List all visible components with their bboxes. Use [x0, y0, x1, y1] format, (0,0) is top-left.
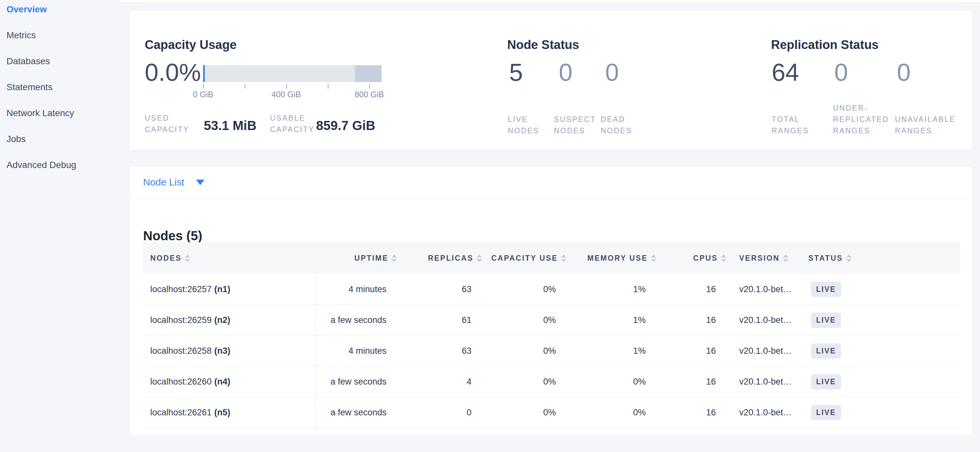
sort-icon: [721, 255, 726, 262]
node-id: (n4): [214, 377, 231, 387]
memory-use-cell: 1%: [568, 346, 657, 356]
uptime-cell: 4 minutes: [315, 346, 398, 356]
dead-nodes-label: DEAD NODES: [601, 114, 640, 136]
capacity-axis-ticks: [203, 84, 382, 89]
sort-icon: [477, 255, 482, 262]
sidebar-item-advanced-debug[interactable]: Advanced Debug: [0, 155, 119, 174]
table-row[interactable]: localhost:26259(n2)a few seconds610%1%16…: [142, 305, 960, 336]
status-cell: LIVE: [808, 312, 960, 328]
capacity-use-cell: 0%: [483, 346, 568, 356]
used-capacity-label: USED CAPACITY: [145, 113, 197, 135]
version-cell: v20.1.0-bet…: [727, 284, 808, 294]
cpus-cell: 16: [657, 346, 727, 356]
top-header-edge: [119, 0, 980, 3]
column-header-label: MEMORY USE: [587, 254, 648, 263]
sidebar-item-statements[interactable]: Statements: [0, 78, 119, 97]
cpus-cell: 16: [657, 284, 727, 294]
column-header-label: NODES: [150, 254, 182, 263]
sidebar-item-overview[interactable]: Overview: [0, 0, 119, 19]
usable-capacity-value: 859.7 GiB: [316, 118, 375, 133]
column-header-memory-use[interactable]: MEMORY USE: [568, 242, 657, 274]
table-row[interactable]: localhost:26261(n5)a few seconds00%0%16v…: [142, 397, 960, 428]
cluster-overview-page: OverviewMetricsDatabasesStatementsNetwor…: [0, 0, 980, 452]
sort-icon: [846, 255, 851, 262]
capacity-gauge-nonusable-segment: [355, 65, 382, 82]
status-cell: LIVE: [808, 374, 960, 389]
column-header-capacity-use[interactable]: CAPACITY USE: [483, 242, 568, 274]
version-cell: v20.1.0-bet…: [727, 377, 808, 387]
node-status-title: Node Status: [507, 38, 579, 52]
sidebar-item-network-latency[interactable]: Network Latency: [0, 104, 119, 122]
node-list-dropdown-bar: Node List: [129, 167, 972, 198]
table-row[interactable]: localhost:26260(n4)a few seconds40%0%16v…: [142, 366, 960, 397]
replicas-cell: 61: [398, 315, 483, 325]
used-capacity-marker: [203, 65, 205, 82]
total-ranges-label: TOTAL RANGES: [772, 114, 814, 136]
node-address-cell[interactable]: localhost:26261(n5): [142, 397, 315, 428]
column-header-status[interactable]: STATUS: [808, 242, 960, 274]
sort-icon: [651, 255, 656, 262]
node-list-card: Node List Nodes (5) NODESUPTIMEREPLICASC…: [129, 166, 973, 436]
under-replicated-count: 0: [834, 59, 848, 85]
capacity-usage-title: Capacity Usage: [145, 38, 237, 52]
under-replicated-label: UNDER-REPLICATED RANGES: [833, 103, 895, 136]
suspect-nodes-label: SUSPECT NODES: [554, 114, 599, 136]
column-header-label: STATUS: [808, 254, 843, 263]
column-header-version[interactable]: VERSION: [727, 242, 808, 274]
column-header-label: UPTIME: [354, 254, 388, 263]
node-id: (n5): [214, 408, 231, 418]
memory-use-cell: 1%: [568, 315, 657, 325]
axis-label-0: 0 GiB: [193, 90, 213, 99]
table-row[interactable]: localhost:26257(n1)4 minutes630%1%16v20.…: [142, 274, 960, 305]
column-header-replicas[interactable]: REPLICAS: [398, 242, 483, 274]
cluster-summary-card: Capacity Usage 0.0% 0 GiB 400 GiB 800 Gi…: [129, 10, 973, 151]
node-address: localhost:26261: [150, 408, 212, 418]
node-list-dropdown[interactable]: Node List: [143, 177, 204, 188]
node-address: localhost:26259: [150, 315, 212, 325]
sidebar-item-metrics[interactable]: Metrics: [0, 26, 119, 45]
column-header-label: REPLICAS: [428, 254, 473, 263]
total-ranges-count: 64: [772, 59, 799, 85]
replicas-cell: 63: [398, 284, 483, 294]
memory-use-cell: 1%: [568, 284, 657, 294]
node-list-dropdown-label: Node List: [143, 177, 184, 188]
nodes-table-body: localhost:26257(n1)4 minutes630%1%16v20.…: [142, 274, 960, 428]
column-header-nodes[interactable]: NODES: [142, 242, 315, 274]
capacity-use-cell: 0%: [483, 377, 568, 387]
sidebar-item-jobs[interactable]: Jobs: [0, 130, 119, 149]
node-address-cell[interactable]: localhost:26259(n2): [142, 305, 315, 335]
table-row[interactable]: localhost:26258(n3)4 minutes630%1%16v20.…: [142, 336, 960, 366]
node-id: (n1): [214, 284, 231, 294]
used-capacity-value: 53.1 MiB: [204, 118, 256, 133]
nodes-count-title: Nodes (5): [143, 228, 202, 243]
capacity-use-cell: 0%: [483, 284, 568, 294]
column-header-label: VERSION: [739, 254, 780, 263]
column-header-cpus[interactable]: CPUS: [657, 242, 727, 274]
node-address-cell[interactable]: localhost:26260(n4): [142, 366, 315, 397]
live-nodes-label: LIVE NODES: [508, 114, 547, 136]
capacity-use-cell: 0%: [483, 315, 568, 325]
sort-icon: [185, 255, 190, 262]
column-header-label: CAPACITY USE: [491, 254, 558, 263]
sort-icon: [561, 255, 566, 262]
column-header-label: CPUS: [693, 254, 718, 263]
usable-capacity-label: USABLE CAPACITY: [270, 113, 322, 135]
memory-use-cell: 0%: [568, 377, 657, 387]
axis-label-400: 400 GiB: [272, 90, 301, 99]
status-badge: LIVE: [811, 405, 841, 420]
status-cell: LIVE: [808, 282, 960, 297]
status-badge: LIVE: [811, 374, 841, 389]
capacity-used-percent: 0.0%: [145, 59, 201, 85]
node-address-cell[interactable]: localhost:26258(n3): [142, 336, 315, 366]
capacity-gauge-bar: [203, 65, 382, 82]
node-address-cell[interactable]: localhost:26257(n1): [142, 274, 315, 305]
sidebar-nav: OverviewMetricsDatabasesStatementsNetwor…: [0, 0, 119, 452]
replicas-cell: 63: [398, 346, 483, 356]
uptime-cell: a few seconds: [315, 315, 398, 325]
sidebar-item-databases[interactable]: Databases: [0, 52, 119, 71]
node-address: localhost:26258: [150, 346, 212, 356]
unavailable-count: 0: [897, 59, 910, 85]
column-header-uptime[interactable]: UPTIME: [315, 242, 398, 274]
nodes-table: NODESUPTIMEREPLICASCAPACITY USEMEMORY US…: [142, 242, 960, 428]
unavailable-label: UNAVAILABLE RANGES: [895, 114, 963, 136]
